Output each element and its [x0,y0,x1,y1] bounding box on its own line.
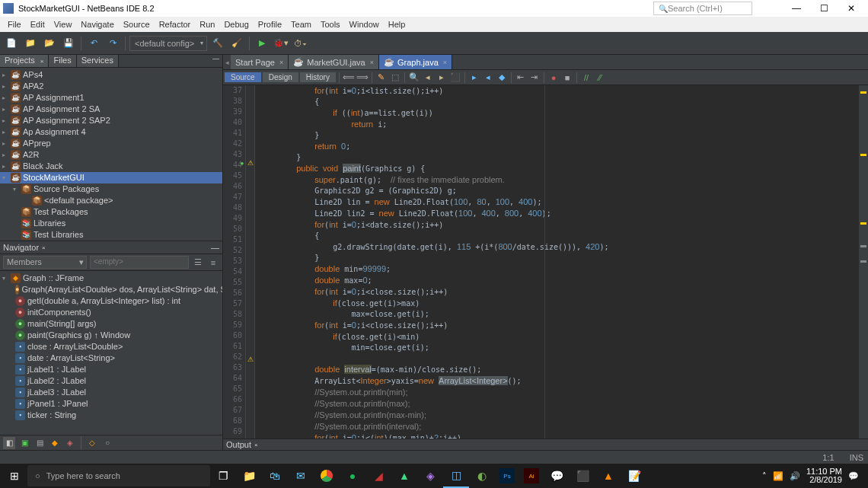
toggle-bookmark-icon[interactable]: ◆ [496,72,508,84]
nav-member[interactable]: ▪jPanel1 : JPanel [0,398,222,410]
tray-sound-icon[interactable]: 🔊 [790,471,800,481]
save-all-icon[interactable]: 💾 [60,35,77,52]
global-search-input[interactable]: 🔍 Search (Ctrl+I) [653,2,752,15]
nav-filter-6-icon[interactable]: ◇ [86,437,98,449]
tray-chevron-icon[interactable]: ˄ [762,471,767,481]
spotify-icon[interactable]: ● [340,464,365,488]
menu-source[interactable]: Source [119,20,155,29]
android-studio-icon[interactable]: ▲ [391,464,417,488]
project-item[interactable]: ▸☕Black Jack [0,161,222,172]
comment-icon[interactable]: // [580,72,592,84]
tab-start-page[interactable]: Start Page× [231,55,289,69]
overview-warning-mark[interactable] [860,91,866,94]
nav-filter-5-icon[interactable]: ◈ [64,437,76,449]
menu-navigate[interactable]: Navigate [76,20,118,29]
project-item[interactable]: ▸☕Ap Assignment 4 [0,126,222,138]
nav-root[interactable]: ▾◆Graph :: JFrame [0,273,222,284]
nav-member[interactable]: ▪date : ArrayList<String> [0,352,222,364]
toggle-highlight-icon[interactable]: ⬛ [449,72,461,84]
project-item[interactable]: ▸☕A2R [0,149,222,161]
navigator-tree[interactable]: ▾◆Graph :: JFrame●Graph(ArrayList<Double… [0,271,222,435]
nav-member[interactable]: ▪jLabel1 : JLabel [0,364,222,375]
notifications-icon[interactable]: 💬 [848,471,859,481]
shift-right-icon[interactable]: ⇥ [528,72,541,84]
menu-debug[interactable]: Debug [219,20,253,29]
selection-mode-icon[interactable]: ⬚ [389,72,401,84]
start-button[interactable]: ⊞ [2,464,27,488]
nav-filter-2-icon[interactable]: ▣ [18,437,30,449]
find-prev-icon[interactable]: ◂ [422,72,434,84]
project-item[interactable]: 📦<default package> [0,195,222,206]
project-item[interactable]: 📚Libraries [0,218,222,229]
run-project-icon[interactable]: ▶ [254,35,270,52]
project-item[interactable]: ▸☕AP Assignment1 [0,92,222,104]
debug-project-icon[interactable]: 🐞▾ [273,35,289,52]
store-icon[interactable]: 🛍 [262,464,288,488]
riot-icon[interactable]: ◢ [365,464,391,488]
project-item[interactable]: ▸☕AP Assignment 2 SA [0,104,222,115]
subtab-design[interactable]: Design [263,72,298,82]
menu-tools[interactable]: Tools [316,20,345,29]
menu-team[interactable]: Team [286,20,316,29]
nav-member[interactable]: ▪jLabel2 : JLabel [0,375,222,387]
open-project-icon[interactable]: 📂 [41,35,58,52]
mail-icon[interactable]: ✉ [288,464,314,488]
illustrator-icon[interactable]: Ai [524,468,539,483]
nav-filter-1-icon[interactable]: ◧ [3,437,15,449]
nav-filter-4-icon[interactable]: ◆ [49,437,61,449]
minimize-button[interactable]: — [783,0,810,17]
output-close-icon[interactable]: × [254,442,258,448]
find-next-icon[interactable]: ▸ [436,72,448,84]
next-bookmark-icon[interactable]: ◂ [482,72,494,84]
overview-ruler[interactable] [859,85,868,439]
nav-member[interactable]: ▪ticker : String [0,410,222,421]
project-item[interactable]: ▸☕AP Assignment 2 SAP2 [0,115,222,126]
chrome-icon[interactable] [314,464,340,488]
photoshop-icon[interactable]: Ps [499,468,515,483]
uncomment-icon[interactable]: ⁄⁄ [594,72,606,84]
project-item[interactable]: ▸☕APs4 [0,69,222,81]
project-item[interactable]: ▸☕APA2 [0,81,222,92]
project-item[interactable]: ▸☕APprep [0,138,222,149]
override-marker-icon[interactable]: ● [238,159,246,167]
nav-member[interactable]: ▪jLabel3 : JLabel [0,387,222,398]
tab-close-icon[interactable]: × [443,59,447,66]
overview-mark[interactable] [860,260,866,263]
tab-scroll-left-icon[interactable]: ◂ [223,55,231,69]
nav-list-icon[interactable]: ≡ [207,257,219,269]
navigator-view-dropdown[interactable]: Members▾ [3,256,87,269]
tab-marketgui[interactable]: ☕MarketGUI.java× [289,55,379,69]
nav-member[interactable]: ●Graph(ArrayList<Double> dos, ArrayList<… [0,284,222,295]
overview-warning-mark[interactable] [860,154,866,156]
tab-projects[interactable]: Projects × [0,55,49,67]
tab-close-icon[interactable]: × [279,59,283,66]
nav-member[interactable]: ●paint(Graphics g) ↑ Window [0,330,222,341]
clean-build-icon[interactable]: 🧹 [228,35,245,52]
navigator-filter-input[interactable]: <empty> [90,256,189,269]
subtab-history[interactable]: History [300,72,336,82]
close-icon[interactable]: × [40,58,44,65]
tab-services[interactable]: Services [77,55,119,67]
last-edit-icon[interactable]: ✎ [375,72,388,84]
warning-marker-icon[interactable]: ⚠ [247,159,254,167]
project-item[interactable]: 📦Test Packages [0,206,222,218]
start-macro-icon[interactable]: ● [547,72,560,84]
epic-icon[interactable]: ⬛ [570,464,595,488]
project-item[interactable]: ▾📦Source Packages [0,183,222,195]
menu-profile[interactable]: Profile [254,20,286,29]
overview-mark[interactable] [860,245,866,247]
nav-back-icon[interactable]: ⟸ [343,72,355,84]
taskbar-search-input[interactable]: ○ Type here to search [27,465,210,486]
subtab-source[interactable]: Source [225,72,261,82]
nav-filter-7-icon[interactable]: ○ [101,437,113,449]
redo-icon[interactable]: ↷ [104,35,121,52]
tab-graph[interactable]: ☕Graph.java× [379,55,452,69]
menu-edit[interactable]: Edit [26,20,49,29]
undo-icon[interactable]: ↶ [85,35,102,52]
find-selection-icon[interactable]: 🔍 [408,72,420,84]
nav-member[interactable]: ●initComponents() [0,307,222,318]
tab-files[interactable]: Files [49,55,76,67]
shift-left-icon[interactable]: ⇤ [515,72,527,84]
nav-settings-icon[interactable]: ☰ [192,257,204,269]
file-explorer-icon[interactable]: 📁 [236,464,262,488]
